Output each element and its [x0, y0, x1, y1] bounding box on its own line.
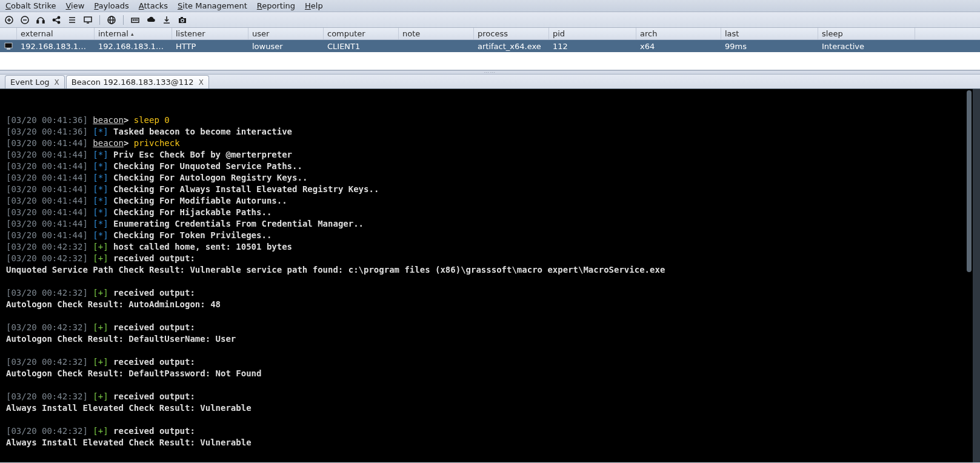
console-line: [03/20 00:41:44] [*] Checking For Unquot… — [6, 161, 969, 172]
console-line: [03/20 00:41:44] [*] Priv Esc Check Bof … — [6, 149, 969, 161]
svg-point-21 — [133, 19, 133, 20]
svg-line-10 — [55, 18, 58, 19]
svg-point-7 — [53, 19, 55, 21]
svg-rect-5 — [37, 21, 39, 23]
svg-rect-6 — [43, 21, 45, 23]
menu-help[interactable]: Help — [302, 1, 326, 11]
svg-point-22 — [135, 19, 135, 20]
svg-rect-29 — [5, 43, 12, 48]
column-header-process[interactable]: process — [474, 28, 549, 39]
tab-label: Beacon 192.168.183.133@112 — [72, 78, 194, 87]
svg-line-11 — [55, 20, 58, 22]
cell-arch: x64 — [636, 42, 721, 51]
svg-rect-15 — [84, 17, 92, 22]
column-header-sleep[interactable]: sleep — [818, 28, 915, 39]
console-line: Always Install Elevated Check Result: Vu… — [6, 437, 969, 448]
console-line: [03/20 00:42:32] [+] host called home, s… — [6, 241, 969, 253]
cell-pid: 112 — [549, 42, 636, 51]
session-row[interactable]: 192.168.183.1…192.168.183.1…HTTPlowuserC… — [0, 40, 980, 52]
menu-site-management[interactable]: Site Management — [175, 1, 250, 11]
column-header-computer[interactable]: computer — [324, 28, 399, 39]
cell-listener: HTTP — [172, 42, 248, 51]
column-header-icon[interactable] — [0, 28, 17, 39]
console-line: [03/20 00:42:32] [+] received output: — [6, 391, 969, 402]
column-header-internal[interactable]: internal — [95, 28, 172, 39]
console-line: [03/20 00:42:32] [+] received output: — [6, 322, 969, 333]
svg-rect-30 — [7, 48, 10, 50]
minus-circle-icon[interactable] — [19, 15, 30, 25]
tab-bar: Event LogXBeacon 192.168.183.133@112X — [0, 75, 980, 89]
console-line: [03/20 00:41:36] [*] Tasked beacon to be… — [6, 126, 969, 138]
menu-payloads[interactable]: Payloads — [91, 1, 132, 11]
monitor-icon[interactable] — [82, 15, 93, 25]
menu-cobalt-strike[interactable]: Cobalt Strike — [2, 1, 59, 11]
tab-event-log[interactable]: Event LogX — [5, 75, 65, 88]
tab-label: Event Log — [10, 78, 50, 87]
cell-external: 192.168.183.1… — [17, 42, 95, 51]
session-table: externalinternallistenerusercomputernote… — [0, 28, 980, 71]
console-line: [03/20 00:41:44] [*] Checking For Autolo… — [6, 172, 969, 184]
share-icon[interactable] — [51, 15, 62, 25]
plus-circle-icon[interactable] — [4, 15, 15, 25]
console-line — [6, 345, 969, 356]
console-line: [03/20 00:41:44] [*] Enumerating Credent… — [6, 218, 969, 230]
console-line: [03/20 00:41:44] [*] Checking For Token … — [6, 230, 969, 241]
console-line: [03/20 00:41:44] beacon> privcheck — [6, 138, 969, 149]
cell-internal: 192.168.183.1… — [95, 42, 172, 51]
camera-icon[interactable] — [177, 15, 188, 25]
console-line: Always Install Elevated Check Result: Vu… — [6, 402, 969, 414]
cell-computer: CLIENT1 — [324, 42, 399, 51]
column-header-note[interactable]: note — [399, 28, 474, 39]
scrollbar-thumb[interactable] — [967, 90, 972, 272]
column-header-user[interactable]: user — [248, 28, 324, 39]
console-line — [6, 276, 969, 287]
console-line: [03/20 00:42:32] [+] received output: — [6, 287, 969, 299]
beacon-icon — [0, 42, 17, 50]
menubar: Cobalt StrikeViewPayloadsAttacksSite Man… — [0, 0, 980, 12]
console-line: Autologon Check Result: AutoAdminLogon: … — [6, 299, 969, 310]
list-icon[interactable] — [67, 15, 78, 25]
svg-rect-28 — [181, 17, 183, 18]
console-line: [03/20 00:42:32] [+] received output: — [6, 425, 969, 437]
table-header-row: externalinternallistenerusercomputernote… — [0, 28, 980, 40]
cloud-icon[interactable] — [145, 15, 156, 25]
toolbar-separator — [99, 15, 100, 25]
cell-last: 99ms — [721, 42, 818, 51]
beacon-console[interactable]: [03/20 00:41:36] beacon> sleep 0[03/20 0… — [0, 89, 980, 462]
menu-attacks[interactable]: Attacks — [136, 1, 171, 11]
headphones-icon[interactable] — [35, 15, 46, 25]
console-line: [03/20 00:41:44] [*] Checking For Always… — [6, 184, 969, 195]
download-icon[interactable] — [161, 15, 172, 25]
console-line: Autologon Check Result: DefaultPassword:… — [6, 368, 969, 379]
column-header-pid[interactable]: pid — [549, 28, 636, 39]
console-line: [03/20 00:41:44] [*] Checking For Modifi… — [6, 195, 969, 207]
tab-beacon-192-168-183-133-112[interactable]: Beacon 192.168.183.133@112X — [66, 75, 209, 88]
console-line: [03/20 00:42:32] [+] received output: — [6, 253, 969, 264]
toolbar — [0, 12, 980, 28]
svg-point-23 — [136, 19, 137, 20]
svg-point-9 — [58, 21, 59, 23]
console-line: Unquoted Service Path Check Result: Vuln… — [6, 264, 969, 276]
keyboard-icon[interactable] — [130, 15, 141, 25]
console-line: [03/20 00:41:44] [*] Checking For Hijack… — [6, 207, 969, 218]
console-line: [03/20 00:41:36] beacon> sleep 0 — [6, 115, 969, 126]
close-icon[interactable]: X — [55, 78, 59, 87]
console-line — [6, 310, 969, 322]
console-line — [6, 414, 969, 425]
svg-point-8 — [58, 16, 59, 18]
menu-view[interactable]: View — [62, 1, 87, 11]
globe-icon[interactable] — [106, 15, 117, 25]
toolbar-separator — [123, 15, 124, 25]
close-icon[interactable]: X — [199, 78, 204, 87]
menu-reporting[interactable]: Reporting — [254, 1, 298, 11]
column-header-arch[interactable]: arch — [636, 28, 721, 39]
console-line: [03/20 00:42:32] [+] received output: — [6, 356, 969, 368]
cell-process: artifact_x64.exe — [474, 42, 549, 51]
column-header-listener[interactable]: listener — [172, 28, 248, 39]
cell-sleep: Interactive — [818, 42, 915, 51]
cell-user: lowuser — [248, 42, 324, 51]
console-line: Autologon Check Result: DefaultUserName:… — [6, 333, 969, 345]
column-header-last[interactable]: last — [721, 28, 818, 39]
column-header-external[interactable]: external — [17, 28, 95, 39]
table-empty-area — [0, 52, 980, 70]
